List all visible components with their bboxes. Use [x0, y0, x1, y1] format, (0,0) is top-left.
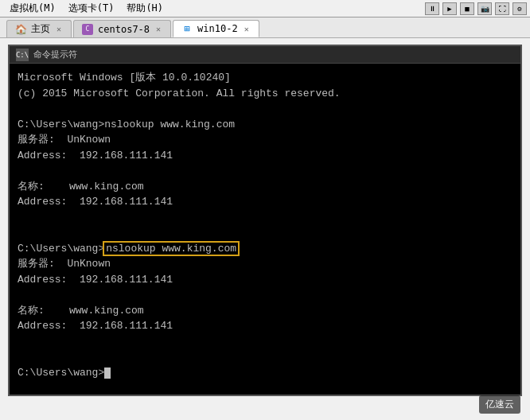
windows-icon: ⊞	[181, 23, 193, 34]
terminal-titlebar: C:\ 命令提示符	[10, 46, 520, 64]
menu-vm[interactable]: 虚拟机(M)	[3, 0, 62, 17]
tab-centos-close[interactable]: ✕	[154, 24, 162, 34]
pause-btn[interactable]: ⏸	[425, 2, 439, 15]
play-btn[interactable]: ▶	[442, 2, 457, 15]
home-icon: 🏠	[15, 24, 26, 35]
centos-icon: C	[82, 24, 93, 35]
tab-home-close[interactable]: ✕	[55, 24, 63, 34]
tab-win10-close[interactable]: ✕	[243, 24, 251, 34]
fullscreen-btn[interactable]: ⛶	[495, 2, 509, 15]
menu-tab[interactable]: 选项卡(T)	[62, 0, 121, 17]
tab-bar: 🏠 主页 ✕ C centos7-8 ✕ ⊞ win10-2 ✕	[0, 18, 530, 38]
highlighted-command: nslookup www.king.com	[104, 243, 238, 255]
screenshot-btn[interactable]: 📷	[477, 2, 492, 15]
terminal-body[interactable]: Microsoft Windows [版本 10.0.10240] (c) 20…	[10, 64, 520, 395]
tab-centos7-8[interactable]: C centos7-8 ✕	[73, 20, 171, 37]
tab-home[interactable]: 🏠 主页 ✕	[6, 20, 72, 37]
terminal-icon: C:\	[16, 49, 29, 61]
stop-btn[interactable]: ■	[460, 2, 474, 15]
menu-help[interactable]: 帮助(H)	[120, 0, 170, 17]
terminal-window[interactable]: C:\ 命令提示符 Microsoft Windows [版本 10.0.102…	[8, 45, 522, 396]
main-content: C:\ 命令提示符 Microsoft Windows [版本 10.0.102…	[0, 38, 530, 420]
watermark: 亿速云	[479, 395, 520, 414]
terminal-title: 命令提示符	[33, 49, 77, 60]
tab-win10-2[interactable]: ⊞ win10-2 ✕	[173, 20, 259, 37]
menu-bar: 虚拟机(M) 选项卡(T) 帮助(H) ⏸ ▶ ■ 📷 ⛶ ⚙	[0, 0, 530, 18]
settings-btn[interactable]: ⚙	[512, 2, 527, 15]
toolbar-right: ⏸ ▶ ■ 📷 ⛶ ⚙	[425, 2, 527, 15]
cursor	[104, 368, 111, 379]
